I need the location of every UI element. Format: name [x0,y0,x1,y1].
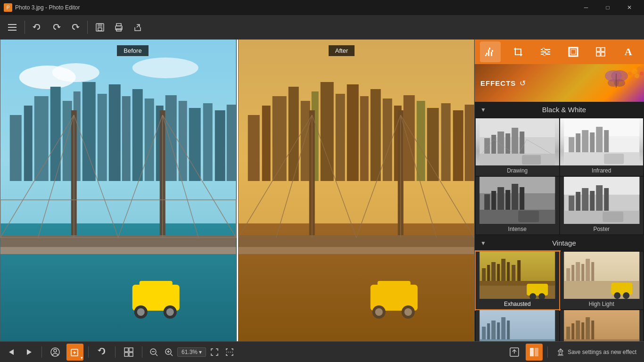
svg-rect-152 [576,192,580,214]
share-button[interactable] [129,19,146,36]
toolbar-sep-1 [25,21,25,34]
svg-rect-137 [564,152,639,165]
category-vintage-arrow: ▼ [480,240,486,247]
zoom-value: 61.3% [182,349,198,355]
svg-rect-27 [165,95,177,181]
effect-hq-thumb [476,310,559,341]
main-layout: Before After [0,40,644,341]
effect-exhausted-label: Exhausted [476,299,559,309]
svg-rect-143 [497,187,504,213]
svg-rect-16 [34,96,49,181]
svg-rect-164 [501,259,505,282]
svg-rect-202 [564,339,639,341]
svg-rect-2 [8,30,17,31]
compare-view-button[interactable] [526,344,543,361]
svg-rect-104 [601,52,605,56]
rotate-button[interactable] [93,344,110,361]
tab-crop[interactable] [508,41,528,62]
print-button[interactable] [110,19,127,36]
save-settings-button[interactable]: Save settings as new effect [553,346,640,358]
effects-header: EFFECTS ↺ [475,64,644,102]
category-vintage-title: Vintage [490,239,638,247]
tab-text[interactable]: A [618,41,639,62]
effect-drawing[interactable]: Drawing [476,118,559,176]
svg-point-113 [628,72,632,75]
svg-rect-191 [479,339,555,341]
zoom-in-button[interactable] [162,346,175,359]
effect-intense-thumb [476,177,559,224]
tab-texture[interactable] [590,41,611,62]
tab-frame[interactable] [563,41,584,62]
svg-point-96 [542,48,545,51]
effects-title-row: EFFECTS ↺ [480,79,526,88]
add-photo-button[interactable] [47,344,64,361]
category-bw-header[interactable]: ▼ Black & White [475,102,644,117]
svg-rect-188 [497,322,500,341]
bottom-sep-1 [41,346,42,358]
svg-rect-20 [83,82,96,181]
category-bw-title: Black & White [490,106,638,114]
svg-rect-165 [507,262,510,282]
svg-rect-153 [582,188,588,214]
svg-rect-138 [604,154,624,164]
minimize-button[interactable]: ─ [575,0,597,15]
maximize-button[interactable]: □ [597,0,619,15]
zoom-out-button[interactable] [147,346,160,359]
category-bw: ▼ Black & White [475,102,644,235]
svg-rect-24 [132,89,143,181]
svg-rect-25 [145,99,154,181]
add-photo-batch-button[interactable]: ▾ [66,344,83,361]
effect-lightbrown-thumb [560,310,644,341]
view-toggle-button[interactable] [120,344,137,361]
effect-exhausted-thumb [476,252,559,299]
effects-panel: EFFECTS ↺ ▼ Black & White [475,64,644,341]
close-button[interactable]: ✕ [619,0,640,15]
svg-rect-32 [227,105,236,181]
save-button[interactable] [91,19,108,36]
zoom-display[interactable]: 61.3% ▾ [177,347,206,357]
export-button[interactable] [506,344,523,361]
next-photo-button[interactable] [22,345,37,360]
svg-point-97 [545,50,548,53]
effect-exhausted[interactable]: Exhausted [476,252,559,309]
svg-rect-5 [98,28,102,31]
effects-reset-button[interactable]: ↺ [520,79,526,88]
svg-rect-127 [479,154,555,165]
category-vintage-header[interactable]: ▼ Vintage [475,235,644,251]
svg-point-9 [121,27,122,28]
effect-poster-thumb [560,177,644,224]
effect-drawing-label: Drawing [476,165,559,176]
menu-button[interactable] [4,19,21,36]
zoom-control: 61.3% ▾ [147,346,236,359]
svg-rect-176 [576,262,580,282]
effect-intense[interactable]: Intense [476,177,559,234]
svg-rect-29 [189,108,201,181]
fit-width-button[interactable] [223,346,236,359]
title-bar: P Photo 3.jpg - Photo Editor ─ □ ✕ [0,0,644,15]
svg-rect-174 [566,268,570,282]
undo-button[interactable] [29,19,46,36]
svg-rect-181 [611,283,632,295]
redo-button[interactable] [66,19,83,36]
svg-rect-135 [596,127,603,156]
before-photo [0,40,237,341]
svg-rect-185 [482,327,486,341]
svg-rect-31 [215,110,225,181]
bottom-sep-2 [88,346,89,358]
fit-view-button[interactable] [208,346,221,359]
svg-rect-15 [24,106,33,181]
svg-rect-28 [179,101,187,181]
svg-rect-175 [571,265,574,282]
svg-rect-122 [520,132,524,157]
tab-adjust[interactable] [535,41,556,62]
tab-effects[interactable] [480,41,501,62]
effect-lightbrown[interactable]: Light Brown [560,310,644,341]
effect-highlight[interactable]: High Light [560,252,644,309]
prev-photo-button[interactable] [4,345,19,360]
effect-hq[interactable]: High Quality [476,310,559,341]
effect-poster[interactable]: Poster [560,177,644,234]
window-controls: ─ □ ✕ [575,0,640,15]
svg-rect-0 [8,24,17,25]
undo2-button[interactable] [48,19,65,36]
effect-infrared[interactable]: Infrared [560,118,644,176]
